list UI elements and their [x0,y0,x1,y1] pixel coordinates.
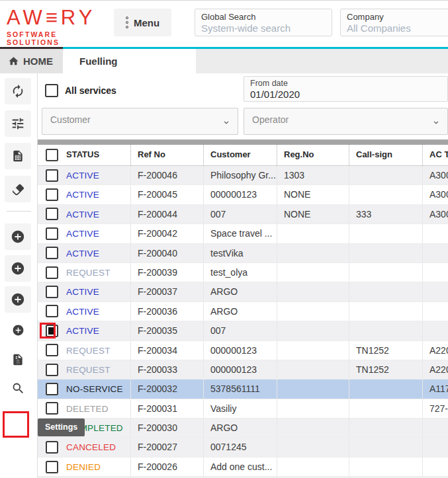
row-checkbox[interactable] [46,383,58,395]
status-cell[interactable]: REQUEST [60,341,130,360]
customer-cell: ARGO [203,282,277,301]
report-button[interactable] [5,143,31,169]
row-checkbox-checked[interactable] [46,325,58,337]
table-row[interactable]: CANCELEDF-2000270071245 [38,438,448,457]
column-header-callsign[interactable]: Call-sign [349,145,422,165]
status-cell[interactable]: DELETED [60,399,130,418]
table-row[interactable]: ACTIVEF-200042Space travel ... [38,224,448,243]
status-cell[interactable]: ACTIVE [60,185,130,204]
table-row[interactable]: ACTIVEF-200036ARGO [38,302,448,321]
all-services-checkbox[interactable]: All services [45,84,116,97]
status-cell[interactable]: REQUEST [60,360,130,379]
add-button[interactable] [5,255,31,282]
tab-home[interactable]: HOME [0,47,63,73]
row-checkbox[interactable] [46,364,58,376]
table-header: STATUS Ref No Customer Reg.No Call-sign … [38,145,448,166]
menu-button[interactable]: Menu [114,9,171,36]
refresh-button[interactable] [5,78,31,104]
tab-fuelling[interactable]: Fuelling [63,49,196,73]
table-row[interactable]: COMPLETEDF-200030ARGO [38,418,448,438]
customer-cell: ARGO [203,418,277,437]
status-cell[interactable]: REQUEST [60,263,130,282]
status-cell[interactable]: ACTIVE [60,244,130,262]
status-cell[interactable]: ACTIVE [60,321,130,340]
table-row[interactable]: DELETEDF-200031Vasiliy727-3 [38,399,448,418]
table-top-scrollbar[interactable] [38,139,448,145]
global-search-input[interactable] [201,22,325,34]
table-row[interactable]: ACTIVEF-200044007NONE333A300 [38,205,448,224]
status-cell[interactable]: ACTIVE [60,224,130,243]
row-checkbox[interactable] [46,208,58,220]
table-row[interactable]: ACTIVEF-200037ARGO [38,282,448,301]
filters-button[interactable] [5,110,31,137]
add-button[interactable] [5,317,31,343]
add-button[interactable] [5,286,31,313]
row-checkbox[interactable] [46,305,58,317]
table-row[interactable]: REQUESTF-200034000000123TN1252A220 [38,341,448,360]
customer-cell: testVika [203,244,277,262]
reg-no-cell [277,302,349,321]
row-checkbox[interactable] [46,247,58,259]
table-row[interactable]: ACTIVEF-200040testVika [38,244,448,263]
status-cell[interactable]: ACTIVE [60,166,130,184]
row-checkbox[interactable] [46,402,58,415]
clear-button[interactable] [5,176,31,202]
status-cell[interactable]: NO-SERVICE [60,379,130,398]
row-checkbox-cell [38,379,60,398]
column-header-status[interactable]: STATUS [60,145,130,165]
row-checkbox[interactable] [46,169,58,182]
status-cell[interactable]: ACTIVE [60,302,130,321]
status-cell[interactable]: ACTIVE [60,282,130,301]
svg-text:$: $ [17,358,20,365]
add-circle-icon [11,229,25,244]
content-area: All services From date Customer Operator… [38,73,448,478]
table-row[interactable]: ACTIVEF-200045000000123NONEA300 [38,185,448,204]
row-checkbox[interactable] [46,441,58,454]
table-row[interactable]: DENIEDF-200026Add one cust... [38,458,448,477]
column-header-regno[interactable]: Reg.No [277,145,349,165]
row-checkbox[interactable] [46,188,58,201]
ac-type-cell [422,244,448,262]
ref-cell: F-200031 [130,399,203,418]
call-sign-cell [349,185,422,204]
table-row[interactable]: REQUESTF-200033000000123TN1252A220 [38,360,448,379]
chevron-down-icon [222,118,231,127]
row-checkbox[interactable] [46,266,58,279]
ac-type-cell [422,438,448,456]
row-checkbox[interactable] [46,344,58,356]
column-header-refno[interactable]: Ref No [130,145,203,165]
row-checkbox-cell [38,399,60,418]
column-header-actype[interactable]: AC Type [422,145,448,165]
from-date-field[interactable]: From date [244,76,448,102]
status-cell[interactable]: ACTIVE [60,205,130,223]
ac-type-cell [422,418,448,437]
customer-dropdown[interactable]: Customer [42,108,238,135]
company-field[interactable]: Company [340,9,448,36]
global-search-field[interactable]: Global Search [195,9,332,36]
column-header-customer[interactable]: Customer [203,145,277,165]
table-row[interactable]: ACTIVEF-200046Philosophy Gr...1303A300 [38,166,448,185]
operator-dropdown[interactable]: Operator [244,108,448,135]
status-cell[interactable]: CANCELED [60,438,130,456]
add-button[interactable] [5,223,31,250]
from-date-input[interactable] [250,89,437,100]
invoice-button[interactable]: $$ [5,346,31,373]
call-sign-cell [349,282,422,301]
reg-no-cell [277,438,349,456]
table-row[interactable]: REQUESTF-200039test_olya [38,263,448,282]
all-services-box[interactable] [45,84,58,97]
row-checkbox-cell [38,224,60,243]
call-sign-cell [349,418,422,437]
vertical-dots-icon [126,17,128,28]
row-checkbox[interactable] [46,227,58,240]
reg-no-cell [277,224,349,243]
row-checkbox[interactable] [46,461,58,473]
customer-cell: 000000123 [203,341,277,360]
row-checkbox[interactable] [46,286,58,298]
search-button[interactable] [5,375,31,401]
table-row[interactable]: ACTIVEF-200035007 [38,321,448,340]
company-input[interactable] [347,22,447,34]
status-cell[interactable]: DENIED [60,458,130,476]
select-all-checkbox[interactable] [46,149,58,161]
table-row[interactable]: NO-SERVICEF-2000325378561111A117 [38,379,448,399]
